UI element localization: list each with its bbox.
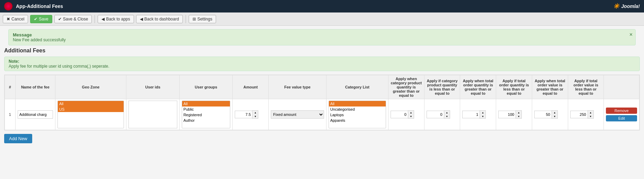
col-header-apply6: Apply if total order value is less than … — [568, 75, 604, 99]
apply3-input-wrap: ▲ ▼ — [462, 110, 494, 119]
apply1-decrement-button[interactable]: ▼ — [408, 114, 414, 118]
col-header-apply3: Apply when total order quantity is great… — [460, 75, 496, 99]
apply6-increment-button[interactable]: ▲ — [588, 111, 593, 114]
toolbar: ✖ Cancel ✔ Save ✔ Save & Close ◀ Back to… — [0, 12, 644, 26]
settings-icon: ⊞ — [193, 17, 196, 22]
top-navbar: App-Additional Fees ✳ Joomla! — [0, 0, 644, 12]
col-header-userids: User ids — [126, 75, 179, 99]
note-text: Apply fee for multiple user id using com… — [9, 64, 109, 69]
row-apply1-cell: ▲ ▼ — [388, 99, 424, 130]
row-actions-cell: Remove Edit — [604, 99, 639, 130]
apply3-decrement-button[interactable]: ▼ — [480, 114, 485, 118]
save-close-icon: ✔ — [58, 17, 62, 22]
apply2-decrement-button[interactable]: ▼ — [444, 114, 450, 118]
row-apply2-cell: ▲ ▼ — [424, 99, 460, 130]
apply4-increment-button[interactable]: ▲ — [516, 111, 521, 114]
col-header-apply4: Apply if total order quantity is less th… — [496, 75, 532, 99]
table-header-row: # Name of the fee Geo Zone User ids User… — [5, 75, 639, 99]
settings-button[interactable]: ⊞ Settings — [189, 15, 216, 23]
app-logo — [4, 2, 12, 10]
message-title: Message — [13, 32, 631, 37]
apply5-input[interactable] — [534, 111, 552, 118]
row-usergroups-cell: All Public Registered Author — [179, 99, 233, 130]
usergroup-option-registered[interactable]: Registered — [182, 112, 230, 118]
cancel-button[interactable]: ✖ Cancel — [3, 15, 28, 23]
amount-increment-button[interactable]: ▲ — [252, 111, 258, 114]
geo-zone-select[interactable]: All US — [57, 101, 124, 128]
joomla-logo: ✳ Joomla! — [613, 2, 640, 10]
note-label: Note: — [9, 59, 19, 64]
cat-option-uncategorised[interactable]: Uncategorised — [329, 106, 386, 112]
apply3-spinner: ▲ ▼ — [480, 110, 486, 119]
app-title: App-Additional Fees — [16, 3, 63, 9]
toolbar-separator-2 — [186, 15, 186, 23]
row-apply5-cell: ▲ ▼ — [532, 99, 568, 130]
apply5-decrement-button[interactable]: ▼ — [552, 114, 557, 118]
col-header-name: Name of the fee — [15, 75, 55, 99]
row-catlist-cell: All Uncategorised Laptops Apparels — [326, 99, 388, 130]
apply6-decrement-button[interactable]: ▼ — [588, 114, 593, 118]
message-banner: Message New Fee added successfully × — [8, 29, 636, 45]
row-userid-cell — [126, 99, 179, 130]
joomla-star-icon: ✳ — [613, 2, 619, 10]
col-header-geo: Geo Zone — [55, 75, 126, 99]
usergroup-option-all[interactable]: All — [182, 101, 230, 106]
toolbar-separator — [95, 15, 95, 23]
apply5-increment-button[interactable]: ▲ — [552, 111, 557, 114]
cat-option-apparels[interactable]: Apparels — [329, 118, 386, 123]
back-dashboard-button[interactable]: ◀ Back to dashboard — [136, 15, 183, 23]
save-icon: ✔ — [34, 17, 37, 22]
amount-decrement-button[interactable]: ▼ — [252, 114, 258, 118]
page-title: Additional Fees — [4, 48, 640, 54]
row-apply4-cell: ▲ ▼ — [496, 99, 532, 130]
col-header-apply2: Apply if category product quantity is le… — [424, 75, 460, 99]
remove-button[interactable]: Remove — [606, 108, 637, 114]
usergroup-option-author[interactable]: Author — [182, 118, 230, 123]
save-button[interactable]: ✔ Save — [30, 15, 52, 23]
user-groups-select[interactable]: All Public Registered Author — [182, 101, 231, 128]
apply2-increment-button[interactable]: ▲ — [444, 111, 450, 114]
apply6-spinner: ▲ ▼ — [588, 110, 594, 119]
edit-button[interactable]: Edit — [606, 115, 637, 121]
fee-name-input[interactable] — [18, 110, 53, 119]
back-apps-button[interactable]: ◀ Back to apps — [98, 15, 134, 23]
apply6-input[interactable] — [570, 111, 588, 118]
apply4-spinner: ▲ ▼ — [516, 110, 522, 119]
cat-option-all[interactable]: All — [329, 101, 386, 106]
row-num: 1 — [5, 99, 16, 130]
col-header-amount: Amount — [233, 75, 269, 99]
cat-option-laptops[interactable]: Laptops — [329, 112, 386, 118]
amount-input-wrap: ▲ ▼ — [235, 110, 266, 119]
apply1-input-wrap: ▲ ▼ — [391, 110, 422, 119]
apply1-increment-button[interactable]: ▲ — [408, 111, 414, 114]
usergroup-option-public[interactable]: Public — [182, 106, 230, 112]
amount-input[interactable] — [235, 111, 252, 118]
note-box: Note: Apply fee for multiple user id usi… — [4, 57, 640, 71]
apply4-decrement-button[interactable]: ▼ — [516, 114, 521, 118]
user-ids-input[interactable] — [128, 101, 177, 128]
apply3-increment-button[interactable]: ▲ — [480, 111, 485, 114]
save-close-button[interactable]: ✔ Save & Close — [54, 15, 92, 23]
back-apps-icon: ◀ — [101, 17, 105, 22]
geo-option-us[interactable]: US — [58, 106, 124, 112]
cancel-icon: ✖ — [7, 17, 10, 22]
apply2-input-wrap: ▲ ▼ — [427, 110, 458, 119]
row-amount-cell: ▲ ▼ — [233, 99, 269, 130]
apply4-input[interactable] — [498, 111, 516, 118]
apply1-input[interactable] — [391, 111, 408, 118]
apply5-input-wrap: ▲ ▼ — [534, 110, 566, 119]
apply3-input[interactable] — [462, 111, 480, 118]
apply2-input[interactable] — [427, 111, 444, 118]
col-header-apply1: Apply when category product quantity is … — [388, 75, 424, 99]
row-name-cell — [15, 99, 55, 130]
apply2-spinner: ▲ ▼ — [444, 110, 450, 119]
add-new-button[interactable]: Add New — [4, 134, 32, 143]
category-list-select[interactable]: All Uncategorised Laptops Apparels — [329, 101, 386, 128]
geo-option-all[interactable]: All — [58, 101, 124, 106]
fee-type-select[interactable]: Fixed amount — [271, 110, 324, 119]
message-close-button[interactable]: × — [629, 32, 633, 38]
table-row: 1 All US — [5, 99, 639, 130]
fees-table-wrapper: # Name of the fee Geo Zone User ids User… — [4, 75, 640, 130]
col-header-catlist: Category List — [326, 75, 388, 99]
main-content: Message New Fee added successfully × Add… — [0, 29, 644, 147]
